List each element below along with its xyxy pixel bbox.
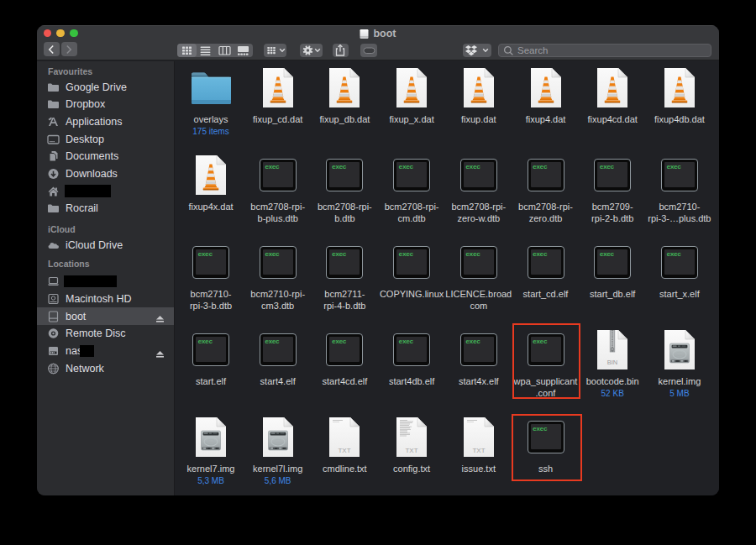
svg-text:BIN: BIN — [607, 359, 618, 366]
svg-text:TXT: TXT — [339, 447, 351, 454]
svg-text:TXT: TXT — [472, 447, 485, 454]
svg-text:TXT: TXT — [406, 447, 418, 454]
